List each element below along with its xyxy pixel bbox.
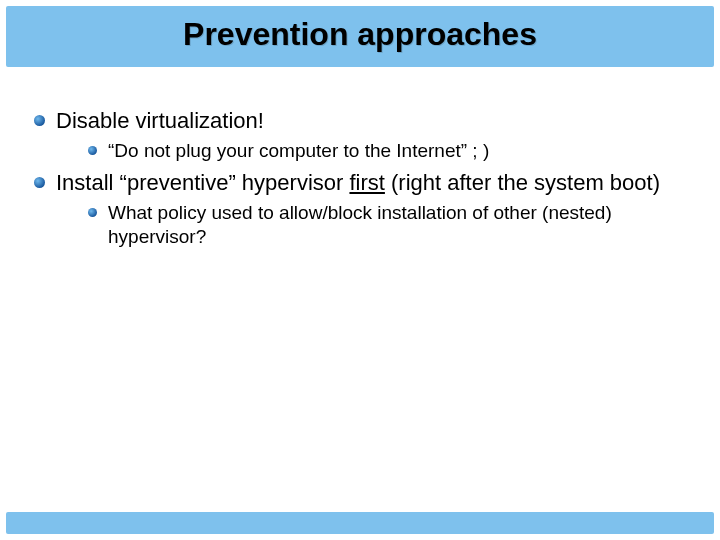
slide: Prevention approaches Disable virtualiza…	[0, 0, 720, 540]
bullet-text: (right after the system boot)	[385, 170, 660, 195]
bullet-text: What policy used to allow/block installa…	[108, 202, 612, 248]
bullet-text: “Do not plug your computer to the Intern…	[108, 140, 489, 161]
title-band: Prevention approaches	[6, 6, 714, 67]
list-item: Install “preventive” hypervisor first (r…	[28, 169, 692, 250]
slide-title: Prevention approaches	[6, 16, 714, 53]
slide-content: Disable virtualization! “Do not plug you…	[0, 67, 720, 512]
bullet-text-underlined: first	[349, 170, 384, 195]
sub-bullet-list: “Do not plug your computer to the Intern…	[56, 139, 692, 164]
list-item: “Do not plug your computer to the Intern…	[56, 139, 692, 164]
bullet-text: Install “preventive” hypervisor	[56, 170, 349, 195]
bullet-text: Disable virtualization!	[56, 108, 264, 133]
sub-bullet-list: What policy used to allow/block installa…	[56, 201, 692, 250]
footer-band	[6, 512, 714, 534]
bullet-list: Disable virtualization! “Do not plug you…	[28, 107, 692, 250]
list-item: What policy used to allow/block installa…	[56, 201, 692, 250]
list-item: Disable virtualization! “Do not plug you…	[28, 107, 692, 163]
